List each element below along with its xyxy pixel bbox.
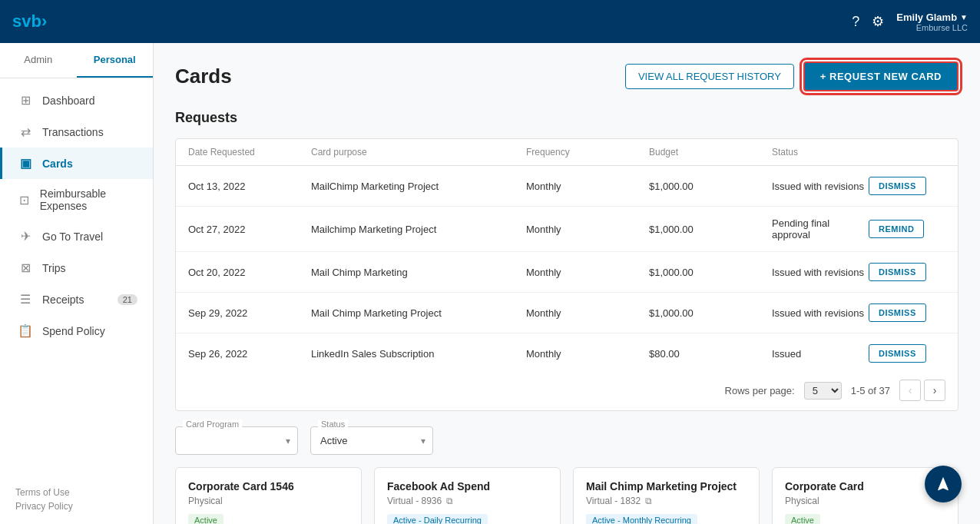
cell-action: REMIND bbox=[869, 220, 945, 238]
cell-action: DISMISS bbox=[869, 303, 945, 322]
status-select[interactable]: Active Inactive All bbox=[310, 426, 433, 455]
card-title: Mail Chimp Marketing Project bbox=[586, 480, 747, 492]
tab-personal[interactable]: Personal bbox=[77, 43, 154, 78]
cell-action: DISMISS bbox=[869, 344, 945, 363]
sidebar-item-trips[interactable]: ⊠ Trips bbox=[0, 252, 153, 284]
sidebar-item-label: Spend Policy bbox=[42, 325, 105, 337]
col-frequency: Frequency bbox=[526, 147, 649, 158]
cell-purpose: Mailchimp Marketing Project bbox=[311, 224, 526, 235]
sidebar-item-dashboard[interactable]: ⊞ Dashboard bbox=[0, 85, 153, 116]
cell-purpose: Mail Chimp Marketing bbox=[311, 267, 526, 278]
sidebar-item-label: Dashboard bbox=[42, 95, 95, 107]
user-menu[interactable]: Emily Glamb ▼ Emburse LLC bbox=[896, 12, 968, 32]
action-button[interactable]: REMIND bbox=[869, 220, 924, 238]
cell-status: Issued bbox=[772, 348, 869, 360]
col-date: Date Requested bbox=[188, 147, 311, 158]
card-subtitle: Physical bbox=[785, 496, 945, 506]
cell-date: Oct 13, 2022 bbox=[188, 181, 311, 192]
card-badge: Active bbox=[785, 514, 820, 524]
nav-icons: ? ⚙ Emily Glamb ▼ Emburse LLC bbox=[852, 12, 968, 32]
cell-budget: $1,000.00 bbox=[649, 224, 772, 235]
help-icon[interactable]: ? bbox=[852, 14, 859, 30]
sidebar-item-receipts[interactable]: ☰ Receipts 21 bbox=[0, 284, 153, 315]
card-title: Corporate Card bbox=[785, 480, 945, 492]
sidebar-item-spend-policy[interactable]: 📋 Spend Policy bbox=[0, 315, 153, 347]
terms-link[interactable]: Terms of Use bbox=[15, 487, 137, 498]
travel-icon: ✈ bbox=[18, 229, 33, 244]
prev-page-button[interactable]: ‹ bbox=[899, 380, 921, 401]
sidebar-item-label: Reimbursable Expenses bbox=[40, 187, 137, 212]
table-row: Oct 27, 2022 Mailchimp Marketing Project… bbox=[176, 207, 958, 252]
cell-action: DISMISS bbox=[869, 177, 945, 195]
settings-icon[interactable]: ⚙ bbox=[872, 13, 884, 30]
pagination-info: 1-5 of 37 bbox=[851, 385, 890, 396]
sidebar-item-transactions[interactable]: ⇄ Transactions bbox=[0, 116, 153, 148]
cell-frequency: Monthly bbox=[526, 307, 649, 319]
main-layout: Admin Personal ⊞ Dashboard ⇄ Transaction… bbox=[0, 43, 980, 524]
cell-frequency: Monthly bbox=[526, 267, 649, 278]
table-row: Oct 13, 2022 MailChimp Marketing Project… bbox=[176, 166, 958, 207]
sidebar-footer: Terms of Use Privacy Policy bbox=[0, 478, 153, 524]
cell-budget: $1,000.00 bbox=[649, 267, 772, 278]
card-subtitle: Physical bbox=[188, 496, 349, 506]
card-item[interactable]: Mail Chimp Marketing Project Virtual - 1… bbox=[573, 467, 760, 524]
card-program-label: Card Program bbox=[183, 420, 242, 429]
cell-date: Oct 27, 2022 bbox=[188, 224, 311, 235]
cell-action: DISMISS bbox=[869, 263, 945, 281]
card-program-select[interactable] bbox=[175, 426, 298, 455]
receipts-badge: 21 bbox=[118, 294, 137, 305]
cell-date: Oct 20, 2022 bbox=[188, 267, 311, 278]
cell-purpose: MailChimp Marketing Project bbox=[311, 181, 526, 192]
content-header: Cards VIEW ALL REQUEST HISTORY + REQUEST… bbox=[175, 61, 958, 91]
filters-row: Card Program ▾ Status Active Inactive Al… bbox=[175, 426, 958, 455]
cell-frequency: Monthly bbox=[526, 181, 649, 192]
card-item[interactable]: Corporate Card 1546 Physical Active bbox=[175, 467, 362, 524]
navigation-icon bbox=[935, 476, 952, 492]
sidebar-item-reimbursable[interactable]: ⊡ Reimbursable Expenses bbox=[0, 179, 153, 221]
action-button[interactable]: DISMISS bbox=[869, 177, 926, 195]
cell-budget: $80.00 bbox=[649, 348, 772, 360]
cards-icon: ▣ bbox=[18, 156, 33, 171]
next-page-button[interactable]: › bbox=[924, 380, 945, 401]
requests-table: Date Requested Card purpose Frequency Bu… bbox=[175, 138, 958, 411]
card-title: Facebook Ad Spend bbox=[387, 480, 548, 492]
copy-icon[interactable]: ⧉ bbox=[446, 496, 453, 506]
requests-section: Requests Date Requested Card purpose Fre… bbox=[175, 110, 958, 411]
sidebar-item-cards[interactable]: ▣ Cards bbox=[0, 148, 153, 179]
fab-button[interactable] bbox=[925, 466, 962, 502]
top-navigation: svb› ? ⚙ Emily Glamb ▼ Emburse LLC bbox=[0, 0, 980, 43]
status-label: Status bbox=[318, 420, 348, 429]
action-button[interactable]: DISMISS bbox=[869, 303, 926, 322]
rows-per-page-label: Rows per page: bbox=[725, 385, 795, 396]
tab-admin[interactable]: Admin bbox=[0, 43, 77, 78]
reimbursable-icon: ⊡ bbox=[18, 193, 31, 207]
card-title: Corporate Card 1546 bbox=[188, 480, 349, 492]
card-subtitle: Virtual - 1832⧉ bbox=[586, 496, 747, 506]
view-history-button[interactable]: VIEW ALL REQUEST HISTORY bbox=[625, 64, 794, 89]
status-filter: Status Active Inactive All ▾ bbox=[310, 426, 433, 455]
spend-policy-icon: 📋 bbox=[18, 323, 33, 338]
cell-purpose: Mail Chimp Marketing Project bbox=[311, 307, 526, 319]
sidebar-tabs: Admin Personal bbox=[0, 43, 153, 78]
sidebar-item-travel[interactable]: ✈ Go To Travel bbox=[0, 221, 153, 252]
card-badge: Active - Monthly Recurring bbox=[586, 514, 697, 524]
copy-icon[interactable]: ⧉ bbox=[645, 496, 652, 506]
action-button[interactable]: DISMISS bbox=[869, 263, 926, 281]
col-status: Status bbox=[772, 147, 869, 158]
user-company: Emburse LLC bbox=[896, 23, 968, 32]
action-button[interactable]: DISMISS bbox=[869, 344, 926, 363]
request-new-card-button[interactable]: + REQUEST NEW CARD bbox=[803, 61, 958, 91]
card-badge: Active bbox=[188, 514, 223, 524]
privacy-link[interactable]: Privacy Policy bbox=[15, 501, 137, 512]
cell-status: Issued with revisions bbox=[772, 181, 869, 192]
main-content: Cards VIEW ALL REQUEST HISTORY + REQUEST… bbox=[154, 43, 980, 524]
rows-per-page-select[interactable]: 5 10 25 bbox=[804, 382, 842, 400]
table-body: Oct 13, 2022 MailChimp Marketing Project… bbox=[176, 166, 958, 373]
cell-status: Issued with revisions bbox=[772, 307, 869, 319]
card-program-filter: Card Program ▾ bbox=[175, 426, 298, 455]
cards-grid: Corporate Card 1546 Physical Active Face… bbox=[175, 467, 958, 524]
user-name: Emily Glamb ▼ bbox=[896, 12, 968, 23]
card-item[interactable]: Facebook Ad Spend Virtual - 8936⧉ Active… bbox=[374, 467, 561, 524]
sidebar-item-label: Transactions bbox=[42, 126, 104, 138]
pagination-nav: ‹ › bbox=[899, 380, 945, 401]
